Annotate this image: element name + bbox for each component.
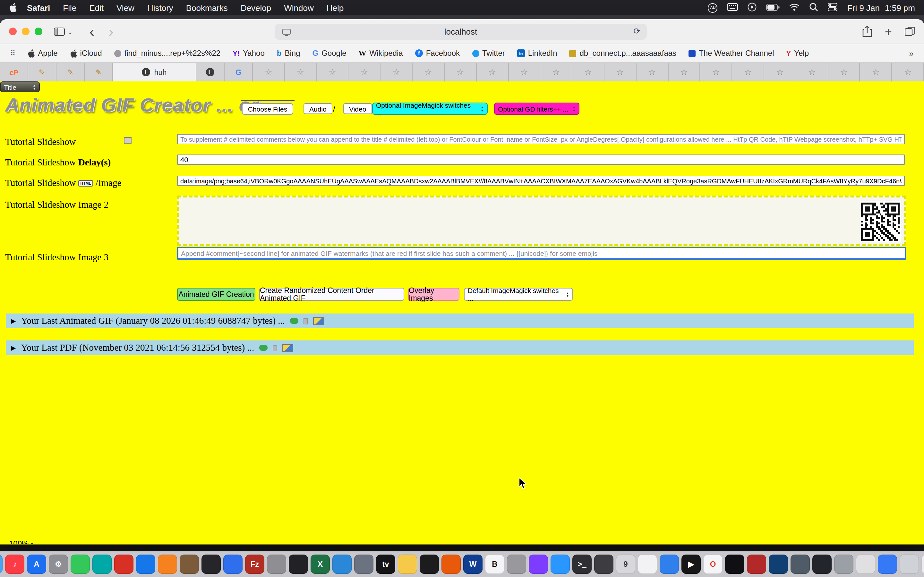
tab-bookmark[interactable]: ☆ <box>572 63 604 81</box>
dock-icon[interactable] <box>354 554 373 574</box>
dock-icon[interactable]: Fz <box>245 554 264 574</box>
tab-bookmark[interactable]: ☆ <box>253 63 285 81</box>
dock-icon[interactable] <box>114 554 134 574</box>
tab-bookmark[interactable]: ☆ <box>892 63 924 81</box>
dock-icon[interactable] <box>0 554 3 574</box>
battery-icon[interactable] <box>766 3 780 13</box>
audio-button[interactable]: Audio <box>304 103 333 114</box>
bookmark-item[interactable]: inLinkedIn <box>517 49 557 58</box>
tab[interactable]: ✎ <box>57 63 85 81</box>
tab-bookmark[interactable]: ☆ <box>413 63 445 81</box>
default-imagemagick-select[interactable]: Default ImageMagick switches ... ▲▼ <box>464 288 573 301</box>
tab-bookmark[interactable]: ☆ <box>636 63 669 81</box>
dock-icon[interactable] <box>136 554 155 574</box>
dock-icon[interactable] <box>333 554 352 574</box>
zoom-window-button[interactable] <box>35 27 42 35</box>
tab-bookmark[interactable]: ☆ <box>509 63 541 81</box>
tab[interactable]: ✎ <box>28 63 57 81</box>
tab-bookmark[interactable]: ☆ <box>764 63 796 81</box>
tab[interactable]: ✎ <box>85 63 113 81</box>
green-chip-icon[interactable] <box>259 345 268 351</box>
refresh-icon[interactable]: ⟳ <box>633 26 640 36</box>
status-badge-icon[interactable]: AU <box>708 3 718 13</box>
dock-icon[interactable]: W <box>463 554 483 574</box>
dock-icon[interactable] <box>202 554 221 574</box>
tab-bookmark[interactable]: ☆ <box>860 63 892 81</box>
dock-icon[interactable] <box>834 554 853 574</box>
bookmark-item[interactable]: GGoogle <box>312 49 347 58</box>
zoom-indicator[interactable]: 100% ▾ <box>9 539 33 545</box>
new-tab-button[interactable]: + <box>885 25 892 37</box>
dock-icon[interactable] <box>158 554 177 574</box>
tab-bookmark[interactable]: ☆ <box>668 63 700 81</box>
dock-icon[interactable] <box>529 554 548 574</box>
bookmark-item[interactable]: Apple <box>27 49 57 58</box>
imagemagick-switches-select[interactable]: Optional ImageMagick switches ... ▲▼ <box>372 103 488 115</box>
dock-icon[interactable]: X <box>310 554 330 574</box>
dock-icon[interactable]: ♪ <box>5 554 24 574</box>
tab-bookmark[interactable]: ☆ <box>317 63 349 81</box>
animated-gif-creation-button[interactable]: Animated GIF Creation <box>177 288 255 301</box>
gd-filters-select[interactable]: Optional GD filters++ ... ▲▼ <box>494 103 580 115</box>
gray-chip-icon[interactable] <box>304 318 308 324</box>
dock-icon[interactable] <box>921 554 924 574</box>
dock-icon[interactable] <box>594 554 614 574</box>
address-bar[interactable]: localhost ⟳ <box>275 24 647 40</box>
dock-icon[interactable] <box>507 554 526 574</box>
delay-input[interactable] <box>177 155 905 165</box>
dock-icon[interactable]: tv <box>376 554 395 574</box>
wifi-icon[interactable] <box>790 3 800 13</box>
overlay-images-button[interactable]: Overlay Images <box>408 288 459 301</box>
dock-icon[interactable] <box>660 554 679 574</box>
tab-active[interactable]: Lhuh <box>113 63 196 81</box>
dock-icon[interactable]: A <box>27 554 46 574</box>
forward-button[interactable]: › <box>108 24 113 39</box>
picture-chip-icon[interactable] <box>313 317 324 325</box>
color-well[interactable] <box>124 137 132 143</box>
dock-icon[interactable] <box>790 554 810 574</box>
tab-bookmark[interactable]: ☆ <box>381 63 413 81</box>
bookmark-item[interactable]: Twitter <box>472 49 505 58</box>
bookmark-item[interactable]: db_connect.p...aaasaaafaas <box>569 49 677 58</box>
search-icon[interactable] <box>809 2 819 13</box>
menu-bar-clock[interactable]: Fri 9 Jan 1:59 pm <box>847 3 915 13</box>
dock-icon[interactable] <box>398 554 417 574</box>
tab[interactable]: L <box>196 63 225 81</box>
tab-bookmark[interactable]: ☆ <box>732 63 764 81</box>
dock-icon[interactable] <box>71 554 90 574</box>
control-center-icon[interactable] <box>828 2 838 13</box>
share-icon[interactable] <box>863 26 872 37</box>
tab[interactable]: G <box>225 63 253 81</box>
tab-bookmark[interactable]: ☆ <box>445 63 477 81</box>
tab-bookmark[interactable]: ☆ <box>828 63 860 81</box>
disclosure-triangle-icon[interactable]: ▶ <box>11 318 16 324</box>
menu-item-history[interactable]: History <box>141 3 180 13</box>
menu-item-window[interactable]: Window <box>278 3 320 13</box>
dock-icon[interactable] <box>813 554 832 574</box>
dock-icon[interactable] <box>856 554 875 574</box>
tab-bookmark[interactable]: ☆ <box>541 63 573 81</box>
apple-menu-icon[interactable] <box>9 3 17 12</box>
disclosure-triangle-icon[interactable]: ▶ <box>11 344 16 351</box>
tab-bookmark[interactable]: ☆ <box>285 63 317 81</box>
tab-bookmark[interactable]: ☆ <box>700 63 732 81</box>
dock-icon[interactable] <box>878 554 897 574</box>
dock-icon[interactable] <box>441 554 461 574</box>
file-input[interactable]: Choose Files <box>241 100 294 117</box>
tab-overview-icon[interactable] <box>905 27 915 36</box>
green-chip-icon[interactable] <box>290 318 298 324</box>
bookmark-item[interactable]: iCloud <box>70 49 102 58</box>
last-pdf-bar[interactable]: ▶ Your Last PDF (November 03 2021 06:14:… <box>6 340 914 355</box>
tab[interactable]: cP <box>0 63 28 81</box>
image-preview-area[interactable] <box>177 195 906 246</box>
dock-icon[interactable] <box>92 554 111 574</box>
bookmark-item[interactable]: ⠿ <box>10 49 15 57</box>
dock-icon[interactable] <box>747 554 766 574</box>
tab-bookmark[interactable]: ☆ <box>477 63 509 81</box>
last-animated-gif-bar[interactable]: ▶ Your Last Animated GIF (January 08 202… <box>6 314 914 328</box>
dock-icon[interactable]: B <box>485 554 504 574</box>
menu-item-develop[interactable]: Develop <box>234 3 278 13</box>
picture-chip-icon[interactable] <box>282 344 293 351</box>
menu-item-help[interactable]: Help <box>320 3 351 13</box>
dock-icon[interactable]: ⚙ <box>49 554 68 574</box>
